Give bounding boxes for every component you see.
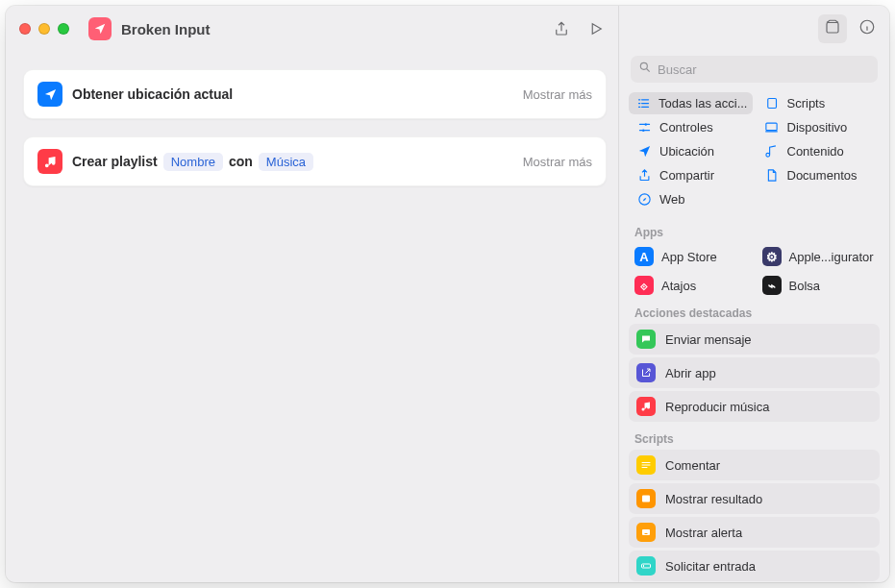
action-card-location[interactable]: Obtener ubicación actual Mostrar más <box>23 69 607 119</box>
category-note[interactable]: Contenido <box>757 140 881 162</box>
app-item[interactable]: ⟐Atajos <box>629 272 753 299</box>
shortcut-app-icon <box>88 17 112 40</box>
featured-section-label: Acciones destacadas <box>619 299 889 324</box>
script-icon <box>764 96 780 110</box>
share-icon <box>636 168 652 183</box>
minimize-window-button[interactable] <box>38 23 50 35</box>
zoom-window-button[interactable] <box>58 23 69 35</box>
svg-point-4 <box>642 129 645 132</box>
window-title: Broken Input <box>121 21 543 37</box>
action-mid: con <box>229 154 253 169</box>
list-item[interactable]: Mostrar alerta <box>629 517 880 548</box>
open-icon <box>636 363 656 382</box>
app-label: Atajos <box>661 279 696 293</box>
category-label: Ubicación <box>659 144 714 159</box>
category-safari[interactable]: Web <box>629 188 753 210</box>
note-icon <box>764 144 780 159</box>
traffic-lights <box>19 23 69 35</box>
action-card-playlist[interactable]: Crear playlist Nombre con Música Mostrar… <box>23 136 607 186</box>
search-input[interactable] <box>658 62 870 77</box>
list-item-label: Abrir app <box>665 366 716 380</box>
device-icon <box>764 120 780 135</box>
app-icon: ⚙ <box>762 247 782 266</box>
svg-rect-0 <box>827 23 838 34</box>
list-item-label: Reproducir música <box>665 400 769 414</box>
library-titlebar <box>619 6 889 52</box>
category-label: Controles <box>659 120 713 135</box>
search-box[interactable] <box>631 56 878 83</box>
library-toggle-button[interactable] <box>818 14 847 43</box>
titlebar-actions <box>553 20 605 37</box>
category-label: Scripts <box>787 96 826 110</box>
svg-rect-10 <box>642 564 651 568</box>
app-icon: ⟐ <box>634 276 654 295</box>
show-more-button[interactable]: Mostrar más <box>523 87 592 102</box>
playlist-source-token[interactable]: Música <box>259 153 313 171</box>
apps-section-label: Apps <box>619 218 889 243</box>
titlebar: Broken Input <box>6 6 618 52</box>
app-label: App Store <box>661 250 717 264</box>
bubble-icon <box>636 330 656 349</box>
category-script[interactable]: Scripts <box>757 92 881 114</box>
safari-icon <box>636 192 652 207</box>
app-icon: A <box>634 247 654 266</box>
search-icon <box>638 61 652 78</box>
list-item[interactable]: Abrir app <box>629 357 880 388</box>
show-more-button[interactable]: Mostrar más <box>523 155 592 169</box>
category-list[interactable]: Todas las acci... <box>629 92 753 114</box>
list-item[interactable]: Comentar <box>629 450 880 480</box>
editor-pane: Broken Input Obtener ubicación actual <box>6 6 618 582</box>
workflow-canvas[interactable]: Obtener ubicación actual Mostrar más Cre… <box>6 52 618 582</box>
list-item[interactable]: Mostrar resultado <box>629 483 880 514</box>
controls-icon <box>636 120 652 135</box>
playlist-name-token[interactable]: Nombre <box>163 153 223 171</box>
category-label: Compartir <box>659 168 714 183</box>
lines-icon <box>636 455 656 475</box>
app-item[interactable]: ⌁Bolsa <box>757 272 881 299</box>
result-icon <box>636 489 656 508</box>
list-item[interactable]: Enviar mensaje <box>629 324 880 355</box>
run-button[interactable] <box>587 20 605 37</box>
category-label: Todas las acci... <box>659 96 748 110</box>
category-controls[interactable]: Controles <box>629 116 753 138</box>
featured-list: Enviar mensajeAbrir appReproducir música <box>619 324 889 422</box>
list-item[interactable]: Solicitar entrada <box>629 551 880 581</box>
svg-point-2 <box>640 62 647 69</box>
list-item[interactable]: Reproducir música <box>629 391 880 422</box>
share-button[interactable] <box>553 20 570 37</box>
alert-icon <box>636 523 656 542</box>
scripts-list: ComentarMostrar resultadoMostrar alertaS… <box>619 450 889 582</box>
close-window-button[interactable] <box>19 23 31 35</box>
list-item-label: Mostrar resultado <box>665 492 762 506</box>
location-arrow-icon <box>37 82 62 107</box>
list-item-label: Solicitar entrada <box>665 559 756 574</box>
apps-grid: AApp Store⚙Apple...igurator⟐Atajos⌁Bolsa <box>619 243 889 299</box>
scripts-section-label: Scripts <box>619 425 889 450</box>
app-item[interactable]: AApp Store <box>629 243 753 270</box>
svg-rect-5 <box>766 123 777 131</box>
list-item-label: Comentar <box>665 458 720 473</box>
category-label: Web <box>659 192 685 207</box>
category-label: Contenido <box>787 144 844 159</box>
category-doc[interactable]: Documentos <box>757 164 881 186</box>
app-label: Apple...igurator <box>789 250 874 264</box>
library-scroll[interactable]: Todas las acci...ScriptsControlesDisposi… <box>619 92 889 582</box>
library-pane: Todas las acci...ScriptsControlesDisposi… <box>618 6 889 582</box>
action-title: Obtener ubicación actual <box>72 86 233 102</box>
input-icon <box>636 556 656 576</box>
svg-rect-9 <box>645 533 648 534</box>
category-device[interactable]: Dispositivo <box>757 116 881 138</box>
doc-icon <box>764 168 780 183</box>
list-item-label: Enviar mensaje <box>665 332 752 347</box>
info-button[interactable] <box>858 18 876 39</box>
list-icon <box>636 96 651 110</box>
action-prefix: Crear playlist <box>72 154 158 169</box>
app-label: Bolsa <box>789 279 821 293</box>
category-label: Documentos <box>787 168 858 183</box>
category-share[interactable]: Compartir <box>629 164 753 186</box>
category-label: Dispositivo <box>787 120 848 135</box>
category-location[interactable]: Ubicación <box>629 140 753 162</box>
window: Broken Input Obtener ubicación actual <box>6 6 889 582</box>
app-item[interactable]: ⚙Apple...igurator <box>757 243 881 270</box>
music-note-icon <box>37 149 62 174</box>
